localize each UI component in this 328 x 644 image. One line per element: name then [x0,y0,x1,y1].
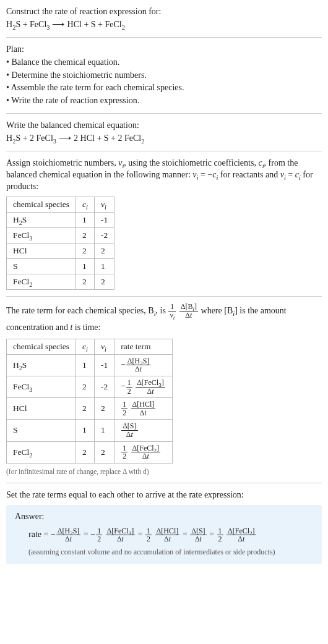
cell-rateterm: 12 Δ[FeCl2]Δt [114,441,173,463]
cell-ci: 2 [76,243,95,258]
cell-rateterm: −12 Δ[FeCl3]Δt [114,376,173,397]
cell-nui: 2 [94,398,114,420]
cell-species: FeCl3 [7,227,76,243]
divider [6,296,322,297]
cell-ci: 2 [76,376,95,397]
rate-expression: rate = −Δ[H2S]Δt = −12 Δ[FeCl3]Δt = 12 Δ… [28,527,313,543]
cell-rateterm: −Δ[H2S]Δt [114,354,173,376]
plan-item: • Determine the stoichiometric numbers. [6,70,322,82]
cell-species: FeCl3 [7,376,76,397]
cell-species: FeCl2 [7,441,76,463]
cell-ci: 1 [76,354,95,376]
cell-nui: 2 [94,243,114,258]
cell-ci: 1 [76,258,95,274]
col-nui: νi [94,197,114,212]
col-ci: ci [76,197,95,212]
text: , using the stoichiometric coefficients, [124,158,258,167]
table-header-row: chemical species ci νi [7,197,114,212]
assign-block: Assign stoichiometric numbers, νi, using… [6,158,322,290]
cell-ci: 2 [76,227,95,243]
table-row: FeCl2 2 2 [7,274,114,289]
cell-nui: 2 [94,441,114,463]
assign-text: Assign stoichiometric numbers, νi, using… [6,158,322,193]
cell-species: S [7,258,76,274]
balanced-equation: H2S + 2 FeCl3 ⟶ 2 HCl + S + 2 FeCl2 [6,133,322,145]
table-row: FeCl3 2 -2 −12 Δ[FeCl3]Δt [7,376,173,397]
infinitesimal-note: (for infinitesimal rate of change, repla… [6,467,322,477]
text: Assign stoichiometric numbers, [6,158,118,167]
col-species: chemical species [7,339,76,354]
cell-nui: -1 [94,354,114,376]
cell-ci: 1 [76,420,95,441]
text: where [201,306,225,315]
table-row: S 1 1 [7,258,114,274]
balanced-heading: Write the balanced chemical equation: [6,120,322,132]
divider [6,37,322,38]
col-rateterm: rate term [114,339,173,354]
cell-rateterm: Δ[S]Δt [114,420,173,441]
cell-ci: 2 [76,441,95,463]
table-row: HCl 2 2 12 Δ[HCl]Δt [7,398,173,420]
intro-block: Construct the rate of reaction expressio… [6,6,322,31]
cell-nui: -2 [94,227,114,243]
plan-block: Plan: • Balance the chemical equation. •… [6,44,322,107]
cell-species: HCl [7,243,76,258]
unbalanced-equation: H2S + FeCl3 ⟶ HCl + S + FeCl2 [6,19,322,31]
frac-dBi-dt: Δ[Bi]Δt [179,303,198,319]
text: The rate term for each chemical species, [6,306,148,315]
table-row: FeCl2 2 2 12 Δ[FeCl2]Δt [7,441,173,463]
cell-nui: -2 [94,376,114,397]
cell-nui: 1 [94,420,114,441]
text: for reactants and [218,170,280,179]
table-row: H2S 1 -1 [7,212,114,227]
cell-species: H2S [7,212,76,227]
intro-line: Construct the rate of reaction expressio… [6,6,322,18]
divider [6,483,322,483]
col-species: chemical species [7,197,76,212]
col-ci: ci [76,339,95,354]
stoich-table: chemical species ci νi H2S 1 -1 FeCl3 2 … [6,197,114,290]
text: is time: [72,323,100,332]
cell-ci: 1 [76,212,95,227]
plan-item: • Balance the chemical equation. [6,57,322,69]
cell-ci: 2 [76,274,95,289]
cell-nui: 1 [94,258,114,274]
cell-nui: -1 [94,212,114,227]
cell-species: FeCl2 [7,274,76,289]
table-row: H2S 1 -1 −Δ[H2S]Δt [7,354,173,376]
set-equal-text: Set the rate terms equal to each other t… [6,489,322,501]
plan-heading: Plan: [6,44,322,56]
table-row: S 1 1 Δ[S]Δt [7,420,173,441]
cell-species: H2S [7,354,76,376]
divider [6,113,322,114]
rateterm-block: The rate term for each chemical species,… [6,303,322,477]
cell-species: S [7,420,76,441]
text: , is [156,306,168,315]
table-row: HCl 2 2 [7,243,114,258]
plan-item: • Assemble the rate term for each chemic… [6,82,322,94]
divider [6,151,322,151]
balanced-block: Write the balanced chemical equation: H2… [6,120,322,145]
frac-1-over-nu: 1νi [168,303,176,319]
cell-rateterm: 12 Δ[HCl]Δt [114,398,173,420]
answer-box: Answer: rate = −Δ[H2S]Δt = −12 Δ[FeCl3]Δ… [6,505,322,564]
table-header-row: chemical species ci νi rate term [7,339,173,354]
plan-item: • Write the rate of reaction expression. [6,95,322,107]
cell-ci: 2 [76,398,95,420]
answer-label: Answer: [15,511,313,523]
rateterm-text: The rate term for each chemical species,… [6,303,322,335]
table-row: FeCl3 2 -2 [7,227,114,243]
cell-species: HCl [7,398,76,420]
rate-table: chemical species ci νi rate term H2S 1 -… [6,339,173,464]
set-equal-block: Set the rate terms equal to each other t… [6,489,322,564]
col-nui: νi [94,339,114,354]
cell-nui: 2 [94,274,114,289]
answer-assumption: (assuming constant volume and no accumul… [28,547,313,557]
